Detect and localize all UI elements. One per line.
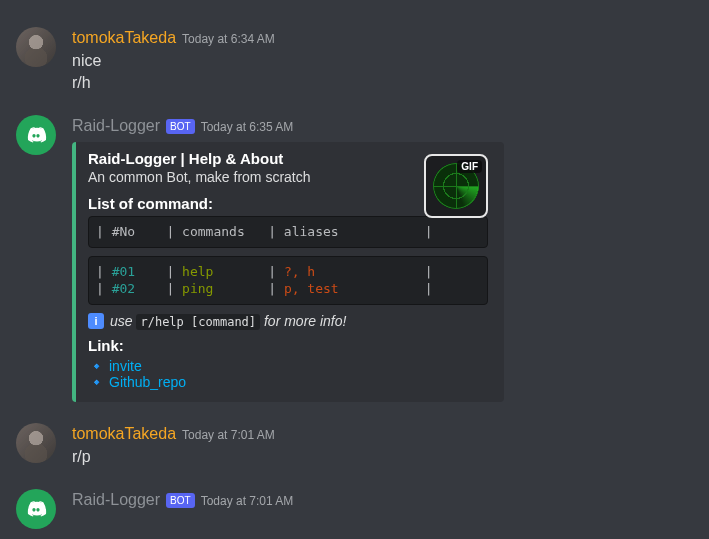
embed-thumbnail[interactable]: GIF	[424, 154, 488, 218]
username[interactable]: tomokaTakeda	[72, 27, 176, 49]
discord-icon	[24, 497, 48, 521]
diamond-icon: 🔹	[88, 358, 105, 374]
link-row: 🔹Github_repo	[88, 374, 488, 390]
embed-info: i use r/help [command] for more info!	[88, 313, 488, 329]
discord-icon	[24, 123, 48, 147]
timestamp: Today at 6:34 AM	[182, 28, 275, 50]
message-content: nice r/h	[72, 50, 693, 94]
link-row: 🔹invite	[88, 358, 488, 374]
timestamp: Today at 7:01 AM	[201, 490, 294, 512]
inline-code: r/help [command]	[136, 314, 260, 330]
message-header: Raid-Logger BOT Today at 6:35 AM	[72, 115, 693, 138]
diamond-icon: 🔹	[88, 374, 105, 390]
message: Raid-Logger BOT Today at 7:01 AM pong 87…	[0, 487, 709, 539]
info-icon: i	[88, 313, 104, 329]
message-content: pong 8754ms | ws: 408ms	[72, 512, 693, 539]
timestamp: Today at 6:35 AM	[201, 116, 294, 138]
message: tomokaTakeda Today at 7:01 AM r/p	[0, 421, 709, 470]
message: tomokaTakeda Today at 6:34 AM nice r/h	[0, 25, 709, 96]
bot-tag: BOT	[166, 119, 195, 134]
github-link[interactable]: Github_repo	[109, 374, 186, 390]
avatar[interactable]	[16, 27, 56, 67]
timestamp: Today at 7:01 AM	[182, 424, 275, 446]
embed: GIF Raid-Logger | Help & About An common…	[72, 142, 504, 402]
avatar[interactable]	[16, 489, 56, 529]
message-header: Raid-Logger BOT Today at 7:01 AM	[72, 489, 693, 512]
username[interactable]: Raid-Logger	[72, 115, 160, 137]
invite-link[interactable]: invite	[109, 358, 142, 374]
message-header: tomokaTakeda Today at 7:01 AM	[72, 423, 693, 446]
avatar[interactable]	[16, 423, 56, 463]
embed-links: Link: 🔹invite 🔹Github_repo	[88, 337, 488, 390]
message-header: tomokaTakeda Today at 6:34 AM	[72, 27, 693, 50]
embed-field-name: Link:	[88, 337, 488, 354]
avatar[interactable]	[16, 115, 56, 155]
bot-tag: BOT	[166, 493, 195, 508]
message: Raid-Logger BOT Today at 6:35 AM GIF Rai…	[0, 113, 709, 404]
username[interactable]: tomokaTakeda	[72, 423, 176, 445]
gif-badge: GIF	[457, 160, 482, 173]
codeblock-rows: | #01 | help | ?, h | | #02 | ping | p, …	[88, 256, 488, 305]
username[interactable]: Raid-Logger	[72, 489, 160, 511]
codeblock-header: | #No | commands | aliases |	[88, 216, 488, 248]
message-content: r/p	[72, 446, 693, 468]
